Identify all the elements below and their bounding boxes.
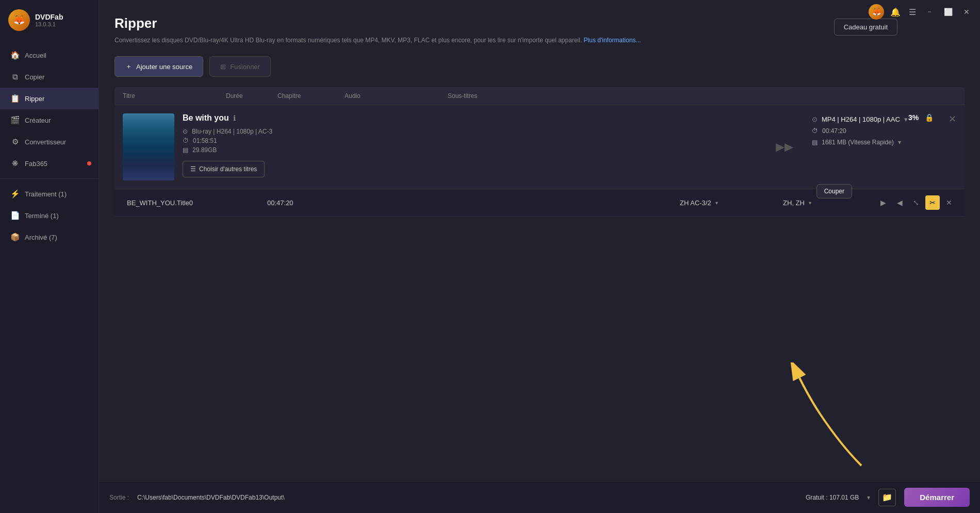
source-format: Blu-ray | H264 | 1080p | AC-3 (192, 128, 272, 135)
notification-icon[interactable]: 🔔 (888, 5, 903, 19)
sidebar-item-label: Ripper (25, 95, 88, 103)
output-path: C:\Users\fab\Documents\DVDFab\DVDFab13\O… (137, 494, 797, 501)
sidebar-item-copier[interactable]: ⧉ Copier (0, 66, 99, 88)
app-version: 13.0.3.1 (35, 21, 63, 27)
done-icon: 📄 (10, 211, 20, 220)
arrow-annotation-area (115, 217, 965, 481)
folder-button[interactable]: 📁 (878, 489, 896, 506)
disk-icon: ⊙ (812, 115, 818, 123)
list-icon: ☰ (190, 166, 196, 173)
entry-subtitles: ZH, ZH ▾ (783, 199, 876, 207)
archive-icon: 📦 (10, 233, 20, 242)
plus-icon: ＋ (125, 62, 132, 71)
rewind-button[interactable]: ◀ (892, 195, 907, 210)
output-format-text: MP4 | H264 | 1080p | AAC (822, 115, 900, 123)
main-content: 🦊 🔔 ☰ － ⬜ ✕ Cadeau gratuit Ripper Conver… (99, 0, 980, 513)
source-size: 29.89GB (192, 146, 217, 154)
file-meta: ⊙ Blu-ray | H264 | 1080p | AC-3 ⏱ 01:58:… (183, 128, 757, 154)
output-clock-icon: ⏱ (812, 127, 818, 135)
processing-icon: ⚡ (10, 189, 20, 198)
app-name: DVDFab (35, 13, 63, 21)
cut-button[interactable]: ✂ (925, 195, 940, 210)
source-duration: 01:58:51 (193, 137, 217, 144)
close-button[interactable]: ✕ (959, 5, 974, 19)
content-area: Ripper Convertissez les disques DVD/Blu-… (99, 0, 980, 481)
sidebar-item-archive[interactable]: 📦 Archivé (7) (0, 226, 99, 248)
col-header-duration: Durée (226, 92, 277, 100)
sidebar-nav: 🏠 Accueil ⧉ Copier 📋 Ripper 🎬 Créateur ⚙… (0, 40, 99, 513)
sidebar-item-ripper[interactable]: 📋 Ripper (0, 88, 99, 109)
clock-icon: ⏱ (183, 137, 189, 144)
maximize-button[interactable]: ⬜ (941, 5, 955, 19)
free-space-text: Gratuit : 107.01 GB (806, 494, 859, 501)
table-header: Titre Durée Chapitre Audio Sous-titres (115, 87, 965, 105)
fab365-icon: ❋ (10, 159, 20, 168)
sidebar-item-label: Convertisseur (25, 138, 88, 146)
arrow-annotation (779, 362, 882, 476)
ripper-icon: 📋 (10, 94, 20, 103)
col-header-audio: Audio (345, 92, 448, 100)
converter-icon: ⚙ (10, 137, 20, 146)
output-size-icon: ▤ (812, 139, 818, 146)
home-icon: 🏠 (10, 51, 20, 60)
file-title: Be with you (183, 113, 229, 123)
sidebar-item-traitement[interactable]: ⚡ Traitement (1) (0, 183, 99, 205)
audio-dropdown[interactable]: ▾ (715, 200, 718, 206)
menu-icon[interactable]: ☰ (907, 5, 918, 19)
sidebar-item-createur[interactable]: 🎬 Créateur (0, 109, 99, 131)
sidebar-item-label: Copier (25, 73, 88, 81)
forward-arrows: ▶▶ (765, 140, 804, 154)
bottom-bar: Sortie : C:\Users\fab\Documents\DVDFab\D… (99, 481, 980, 513)
col-header-title: Titre (123, 92, 226, 100)
delete-button[interactable]: ✕ (942, 195, 956, 210)
forward-arrow-icon: ▶▶ (776, 140, 793, 154)
file-row-close-button[interactable]: ✕ (949, 113, 956, 125)
sidebar-item-accueil[interactable]: 🏠 Accueil (0, 44, 99, 66)
sidebar-item-label: Traitement (1) (25, 190, 88, 198)
output-duration: 00:47:20 (822, 127, 846, 135)
page-description: Convertissez les disques DVD/Blu-ray/4K … (115, 37, 965, 44)
merge-icon: ⊞ (220, 63, 226, 71)
user-avatar[interactable]: 🦊 (869, 4, 884, 20)
play-button[interactable]: ▶ (876, 195, 890, 210)
output-label: Sortie : (109, 494, 129, 501)
free-space-dropdown[interactable]: ▾ (867, 494, 870, 501)
copy-icon: ⧉ (10, 72, 20, 81)
sidebar-item-label: Fab365 (25, 160, 88, 168)
info-icon[interactable]: ℹ (233, 114, 236, 122)
app-logo[interactable]: 🦊 DVDFab 13.0.3.1 (0, 0, 99, 40)
entry-title-name: BE_WITH_YOU.Title0 (123, 199, 267, 207)
size-icon: ▤ (183, 146, 188, 154)
sidebar-item-termine[interactable]: 📄 Terminé (1) (0, 205, 99, 226)
file-info: Be with you ℹ ⊙ Blu-ray | H264 | 1080p |… (183, 113, 757, 177)
title-actions: ▶ ◀ ⤡ ✂ ✕ (876, 195, 956, 210)
output-size-text: 1681 MB (Vitesse Rapide) (822, 139, 894, 146)
choose-titles-button[interactable]: ☰ Choisir d'autres titres (183, 161, 265, 177)
sidebar-item-convertisseur[interactable]: ⚙ Convertisseur (0, 131, 99, 153)
col-header-chapter: Chapitre (277, 92, 345, 100)
format-dropdown-arrow[interactable]: ▾ (904, 115, 908, 123)
more-info-link[interactable]: Plus d'informations... (584, 37, 641, 44)
creator-icon: 🎬 (10, 115, 20, 125)
sidebar-item-label: Créateur (25, 117, 88, 124)
logo-icon: 🦊 (8, 9, 30, 31)
titlebar: 🦊 🔔 ☰ － ⬜ ✕ (862, 0, 980, 24)
title-entry-row: BE_WITH_YOU.Title0 00:47:20 ZH AC-3/2 ▾ … (115, 189, 965, 217)
subs-dropdown[interactable]: ▾ (809, 200, 811, 206)
merge-button[interactable]: ⊞ Fusionner (209, 56, 271, 77)
badge-dot (87, 161, 91, 166)
sidebar-item-fab365[interactable]: ❋ Fab365 (0, 153, 99, 174)
start-button[interactable]: Démarrer (904, 488, 970, 507)
sidebar: 🦊 DVDFab 13.0.3.1 🏠 Accueil ⧉ Copier 📋 R… (0, 0, 99, 513)
entry-audio: ZH AC-3/2 ▾ (680, 199, 783, 207)
size-dropdown-arrow[interactable]: ▾ (898, 139, 901, 146)
col-header-subtitles: Sous-titres (448, 92, 956, 100)
add-source-button[interactable]: ＋ Ajouter une source (115, 56, 203, 77)
toolbar: ＋ Ajouter une source ⊞ Fusionner (115, 56, 965, 77)
couper-tooltip: Couper (816, 184, 852, 198)
resize-button[interactable]: ⤡ (909, 195, 923, 210)
output-settings: ⊙ MP4 | H264 | 1080p | AAC ▾ ⏱ 00:47:20 … (812, 113, 956, 146)
sidebar-item-label: Terminé (1) (25, 212, 88, 220)
lock-icon: 🔒 (925, 113, 934, 122)
minimize-button[interactable]: － (922, 5, 937, 19)
